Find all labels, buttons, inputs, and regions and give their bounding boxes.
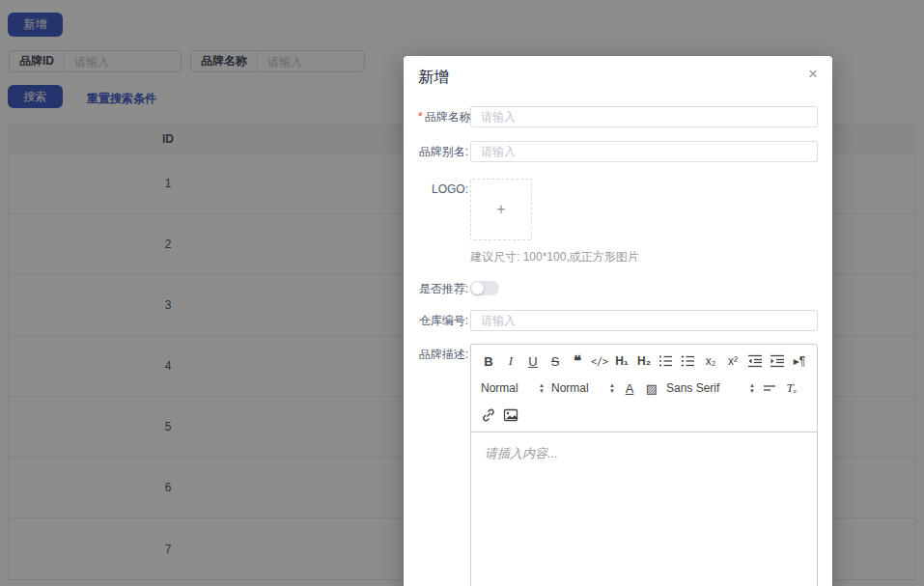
- header-select[interactable]: Normal: [479, 378, 546, 398]
- superscript-icon[interactable]: x²: [723, 351, 742, 371]
- editor-placeholder: 请插入内容...: [485, 446, 558, 460]
- outdent-icon[interactable]: [745, 351, 765, 371]
- recommend-label: 是否推荐:: [418, 278, 468, 299]
- description-label: 品牌描述:: [418, 344, 468, 586]
- select-arrows-icon: [749, 382, 755, 394]
- rich-text-editor: B I U S ❝ </> H₁ H₂ x₂ x²: [470, 344, 818, 586]
- image-icon[interactable]: [501, 405, 520, 425]
- logo-size-hint: 建议尺寸: 100*100,或正方形图片: [470, 250, 639, 264]
- indent-icon[interactable]: [768, 351, 787, 371]
- form-row-logo: LOGO: +: [418, 179, 818, 240]
- header2-icon[interactable]: H₂: [634, 351, 654, 371]
- header-select-value: Normal: [481, 381, 518, 395]
- logo-upload-box[interactable]: +: [470, 179, 532, 240]
- plus-icon: +: [496, 201, 505, 218]
- logo-label: LOGO:: [418, 179, 468, 240]
- form-row-recommend: 是否推荐:: [418, 278, 818, 299]
- align-icon[interactable]: [760, 378, 779, 398]
- bold-icon[interactable]: B: [479, 351, 498, 371]
- form-row-description: 品牌描述: B I U S ❝ </> H₁ H₂: [418, 344, 818, 586]
- select-arrows-icon: [609, 382, 615, 394]
- modal-title: 新增: [418, 68, 449, 88]
- recommend-toggle[interactable]: [470, 281, 499, 295]
- brand-alias-input[interactable]: [470, 141, 818, 162]
- font-select[interactable]: Sans Serif: [664, 378, 757, 398]
- brand-alias-label: 品牌别名:: [418, 141, 468, 162]
- background-color-icon[interactable]: ▨: [642, 378, 661, 398]
- form-row-brand-name: *品牌名称:: [418, 106, 818, 127]
- italic-icon[interactable]: I: [501, 351, 520, 371]
- bullet-list-icon[interactable]: [679, 351, 698, 371]
- toggle-knob: [471, 282, 484, 294]
- add-brand-modal: 新增 × *品牌名称: 品牌别名: LOGO: + 建议尺寸: 100*100,…: [404, 56, 832, 586]
- size-select-value: Normal: [551, 381, 589, 395]
- editor-toolbar: B I U S ❝ </> H₁ H₂ x₂ x²: [471, 345, 817, 433]
- header1-icon[interactable]: H₁: [612, 351, 631, 371]
- brand-name-label: *品牌名称:: [418, 106, 468, 127]
- brand-name-label-text: 品牌名称:: [425, 110, 474, 124]
- blockquote-icon[interactable]: ❝: [568, 351, 587, 371]
- required-asterisk: *: [418, 110, 423, 124]
- text-color-icon[interactable]: A: [620, 378, 639, 398]
- strikethrough-icon[interactable]: S: [546, 351, 565, 371]
- clean-format-icon[interactable]: Tₓ: [782, 378, 801, 398]
- warehouse-label: 仓库编号:: [418, 310, 468, 331]
- subscript-icon[interactable]: x₂: [701, 351, 720, 371]
- form-row-brand-alias: 品牌别名:: [418, 141, 818, 162]
- form-row-logo-hint: 建议尺寸: 100*100,或正方形图片: [418, 247, 818, 265]
- close-icon[interactable]: ×: [808, 66, 818, 82]
- ordered-list-icon[interactable]: [657, 351, 676, 371]
- size-select[interactable]: Normal: [549, 378, 617, 398]
- brand-name-input[interactable]: [470, 106, 818, 127]
- code-block-icon[interactable]: </>: [590, 351, 609, 371]
- warehouse-input[interactable]: [470, 310, 818, 331]
- underline-icon[interactable]: U: [523, 351, 543, 371]
- link-icon[interactable]: [479, 405, 498, 425]
- text-direction-icon[interactable]: ▸¶: [790, 351, 809, 371]
- form-row-warehouse: 仓库编号:: [418, 310, 818, 331]
- editor-content[interactable]: 请插入内容...: [471, 433, 817, 586]
- select-arrows-icon: [539, 382, 545, 394]
- font-select-value: Sans Serif: [666, 381, 719, 395]
